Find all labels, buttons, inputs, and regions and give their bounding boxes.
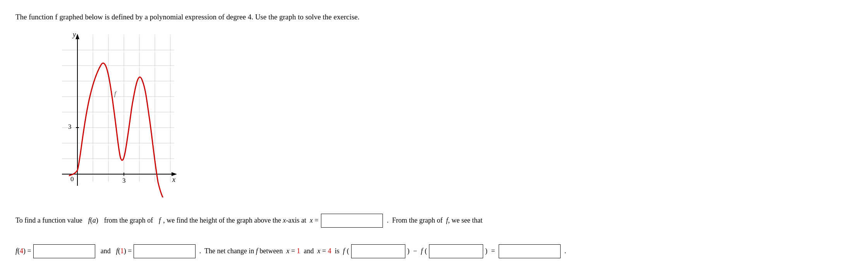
y-axis-3-label: 3 [68, 123, 72, 130]
q2-f-paren2: f [421, 244, 423, 259]
f-curve-label: f [114, 90, 117, 97]
q1-part3: , we find the height of the graph above … [163, 213, 319, 228]
x-axis-3-label: 3 [122, 177, 126, 184]
intro-paragraph: The function f graphed below is defined … [15, 13, 360, 21]
q2-final-period: . [563, 244, 566, 259]
q2-f4-label: f(4) = [15, 244, 31, 259]
q1-answer-box-wrapper [321, 213, 383, 228]
q2-open-paren2: ( [425, 244, 427, 259]
q2-equals: = [489, 244, 497, 259]
y-axis-label: y [72, 31, 76, 38]
question-line-1: To find a function value f(a) from the g… [15, 213, 853, 228]
x-axis-label: x [172, 176, 175, 183]
q2-close-paren2: ) [485, 244, 487, 259]
answer-input-f4[interactable] [33, 244, 95, 258]
function-curve [69, 63, 166, 197]
q2-minus: − [412, 244, 419, 259]
answer-input-fp2[interactable] [429, 244, 483, 258]
content-area: y x 0 3 3 f To find a function value [15, 31, 853, 259]
intro-text: The function f graphed below is defined … [15, 12, 853, 23]
q2-and: and [97, 244, 114, 259]
origin-label: 0 [70, 175, 74, 183]
q2-open-paren: ( [347, 244, 349, 259]
answer-input-x[interactable] [321, 214, 383, 228]
q2-close-paren1: ) [407, 244, 410, 259]
q1-f1: f [159, 213, 161, 228]
question-line-2: f(4) = and f(1) = . The net change in f … [15, 244, 853, 259]
q1-part1: To find a function value [15, 213, 86, 228]
graph-container: y x 0 3 3 f [46, 31, 853, 197]
svg-marker-17 [75, 34, 79, 39]
q1-period: . From the graph of f, we see that [385, 213, 482, 228]
answer-input-fp1[interactable] [351, 244, 405, 258]
q2-netchange: . The net change in f between x = 1 and … [197, 244, 345, 259]
answer-input-result[interactable] [499, 244, 561, 258]
q2-f1-label: f(1) = [116, 244, 132, 259]
q1-part2: from the graph of [101, 213, 156, 228]
q1-fa: f(a) [88, 213, 98, 228]
answer-input-f1[interactable] [134, 244, 196, 258]
function-graph: y x 0 3 3 f [46, 31, 178, 197]
